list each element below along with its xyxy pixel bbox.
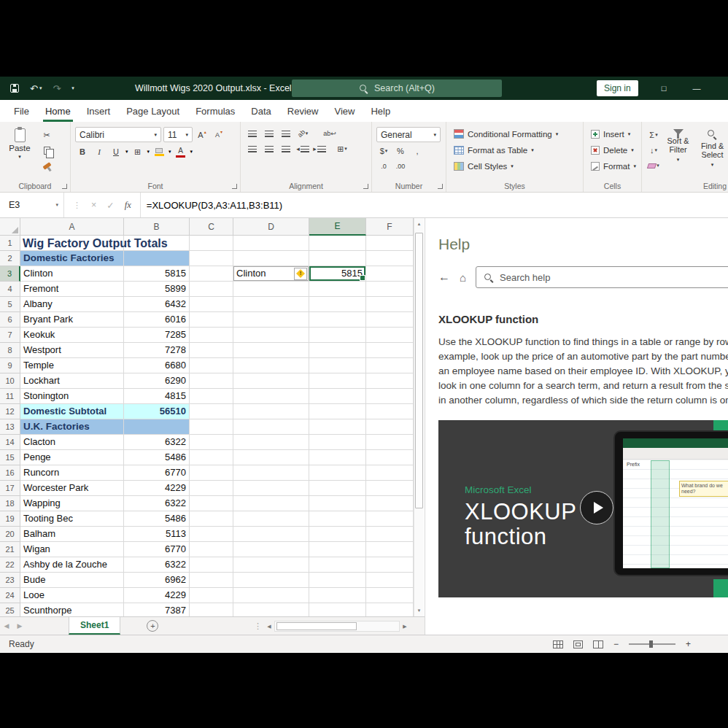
cell-D13[interactable] (233, 419, 309, 435)
page-layout-view-button[interactable] (573, 640, 583, 648)
normal-view-button[interactable] (553, 640, 563, 648)
cell-E24[interactable] (309, 588, 366, 603)
cell-E25[interactable] (309, 603, 366, 616)
home-icon[interactable]: ⌂ (460, 271, 466, 284)
cell-A8[interactable]: Westport (20, 343, 124, 358)
titlebar-search-box[interactable]: Search (Alt+Q) (292, 80, 502, 97)
fill-color-button[interactable] (152, 144, 166, 159)
row-header-23[interactable]: 23 (0, 573, 20, 588)
row-header-19[interactable]: 19 (0, 511, 20, 527)
cell-D8[interactable] (233, 343, 309, 358)
resize-handle-icon[interactable]: ⋮ (73, 201, 81, 210)
borders-button[interactable]: ⊞ (131, 145, 145, 158)
cell-B2[interactable] (124, 251, 190, 266)
cell-B10[interactable]: 6290 (124, 373, 190, 389)
cell-C11[interactable] (190, 389, 233, 404)
align-bottom-button[interactable] (279, 127, 293, 140)
row-header-21[interactable]: 21 (0, 542, 20, 557)
fill-button[interactable]: ↓▾ (646, 144, 661, 157)
cell-B6[interactable]: 6016 (124, 312, 190, 328)
row-header-22[interactable]: 22 (0, 557, 20, 573)
increase-indent-button[interactable]: ▸ (312, 142, 327, 155)
cell-D25[interactable] (233, 603, 309, 616)
cell-E4[interactable] (309, 282, 366, 297)
cell-A21[interactable]: Wigan (20, 542, 124, 557)
row-header-14[interactable]: 14 (0, 435, 20, 450)
copy-button[interactable] (39, 144, 54, 157)
cell-A24[interactable]: Looe (20, 588, 124, 603)
cell-B4[interactable]: 5899 (124, 282, 190, 297)
horizontal-scrollbar[interactable]: ◀ ▶ (264, 620, 410, 632)
sheet-tab-sheet1[interactable]: Sheet1 (69, 617, 120, 635)
cell-B22[interactable]: 6322 (124, 557, 190, 573)
format-painter-button[interactable] (39, 159, 54, 172)
borders-menu-icon[interactable]: ▾ (147, 149, 150, 155)
cell-C8[interactable] (190, 343, 233, 358)
cell-F15[interactable] (366, 450, 414, 465)
cell-F16[interactable] (366, 465, 414, 481)
format-cells-button[interactable]: Format ▾ (588, 159, 638, 173)
cell-B13[interactable] (124, 419, 190, 435)
scroll-down-button[interactable]: ▼ (414, 605, 424, 616)
sign-in-button[interactable]: Sign in (597, 80, 638, 96)
dialog-launcher-icon[interactable] (232, 184, 237, 189)
wrap-text-button[interactable]: ab↩ (322, 127, 337, 140)
cell-E23[interactable] (309, 573, 366, 588)
cell-F7[interactable] (366, 328, 414, 343)
cell-A14[interactable]: Clacton (20, 435, 124, 450)
cell-D7[interactable] (233, 328, 309, 343)
cancel-entry-button[interactable]: × (91, 200, 96, 210)
cell-B23[interactable]: 6962 (124, 573, 190, 588)
cell-D24[interactable] (233, 588, 309, 603)
cell-F11[interactable] (366, 389, 414, 404)
ribbon-tab-review[interactable]: Review (279, 100, 327, 122)
cell-B18[interactable]: 6322 (124, 496, 190, 511)
paste-button[interactable]: Paste ▾ (4, 125, 35, 172)
cell-A11[interactable]: Stonington (20, 389, 124, 404)
column-header-E[interactable]: E (309, 218, 366, 236)
accounting-format-button[interactable]: $▾ (376, 144, 391, 158)
cell-A2[interactable]: Domestic Factories (20, 251, 124, 266)
autosum-button[interactable]: Σ▾ (646, 128, 661, 142)
row-header-12[interactable]: 12 (0, 404, 20, 419)
cell-styles-button[interactable]: Cell Styles ▾ (451, 159, 580, 173)
cell-D6[interactable] (233, 312, 309, 328)
align-center-button[interactable] (262, 142, 276, 155)
cell-F21[interactable] (366, 542, 414, 557)
cell-C13[interactable] (190, 419, 233, 435)
cell-B20[interactable]: 5113 (124, 527, 190, 542)
cell-A7[interactable]: Keokuk (20, 328, 124, 343)
cell-F24[interactable] (366, 588, 414, 603)
column-header-C[interactable]: C (190, 218, 233, 236)
cell-F12[interactable] (366, 404, 414, 419)
cell-F22[interactable] (366, 557, 414, 573)
cell-E17[interactable] (309, 481, 366, 496)
cell-B3[interactable]: 5815 (124, 266, 190, 282)
delete-cells-button[interactable]: Delete ▾ (588, 143, 638, 157)
cell-C19[interactable] (190, 511, 233, 527)
cell-E13[interactable] (309, 419, 366, 435)
cell-B15[interactable]: 5486 (124, 450, 190, 465)
increase-font-size-button[interactable]: A▴ (195, 128, 209, 142)
minimize-button[interactable]: — (686, 77, 708, 100)
scrollbar-thumb[interactable] (415, 233, 423, 508)
cell-E22[interactable] (309, 557, 366, 573)
format-as-table-button[interactable]: Format as Table ▾ (451, 143, 580, 157)
cell-C15[interactable] (190, 450, 233, 465)
align-middle-button[interactable] (262, 127, 276, 140)
bold-button[interactable]: B (75, 145, 90, 158)
cell-B21[interactable]: 6770 (124, 542, 190, 557)
previous-sheet-button[interactable]: ◀ (0, 622, 13, 630)
error-checking-button[interactable]: ! (294, 268, 307, 280)
cell-C14[interactable] (190, 435, 233, 450)
cell-E2[interactable] (309, 251, 366, 266)
cell-C3[interactable] (190, 266, 233, 282)
cell-D11[interactable] (233, 389, 309, 404)
cell-D18[interactable] (233, 496, 309, 511)
back-icon[interactable]: ← (438, 271, 450, 284)
cell-D5[interactable] (233, 297, 309, 312)
font-color-button[interactable]: A (174, 144, 188, 159)
cell-E9[interactable] (309, 358, 366, 373)
cell-C6[interactable] (190, 312, 233, 328)
cell-A18[interactable]: Wapping (20, 496, 124, 511)
